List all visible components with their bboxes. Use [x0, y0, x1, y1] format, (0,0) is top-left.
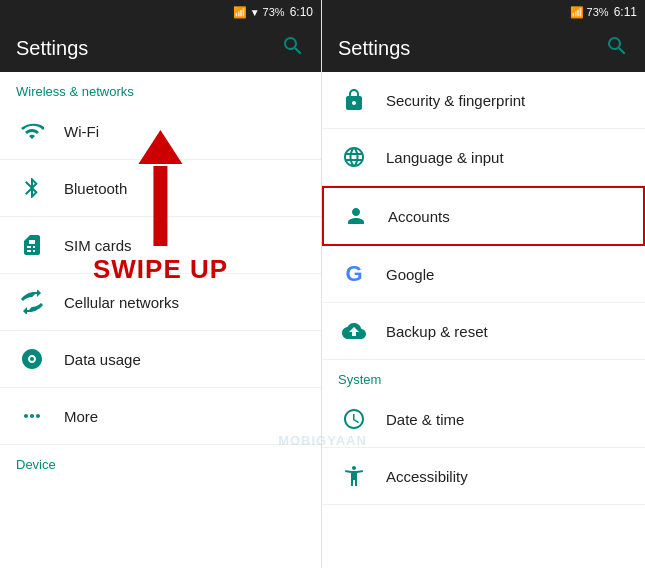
cellular-item[interactable]: Cellular networks	[0, 274, 321, 331]
left-search-button[interactable]	[281, 34, 305, 63]
more-item[interactable]: More	[0, 388, 321, 445]
backup-item[interactable]: Backup & reset	[322, 303, 645, 360]
wifi-item[interactable]: Wi-Fi	[0, 103, 321, 160]
time-left: 6:10	[290, 5, 313, 19]
accounts-row-wrapper: Accounts	[322, 186, 645, 246]
right-search-button[interactable]	[605, 34, 629, 63]
right-settings-title: Settings	[338, 37, 605, 60]
battery-text: 73%	[263, 6, 285, 18]
right-time: 6:11	[614, 5, 637, 19]
accessibility-label: Accessibility	[386, 468, 468, 485]
right-panel: 📶 73% 6:11 Settings Security & fingerpri…	[322, 0, 645, 568]
right-status-icons: 📶 73% 6:11	[570, 5, 637, 19]
right-signal-icon: 📶	[570, 6, 584, 19]
left-settings-title: Settings	[16, 37, 281, 60]
wireless-section-label: Wireless & networks	[0, 72, 321, 103]
sim-label: SIM cards	[64, 237, 132, 254]
accessibility-item[interactable]: Accessibility	[322, 448, 645, 505]
google-label: Google	[386, 266, 434, 283]
wifi-status-icon: ▼	[250, 7, 260, 18]
backup-label: Backup & reset	[386, 323, 488, 340]
right-app-bar: Settings	[322, 24, 645, 72]
backup-icon	[338, 315, 370, 347]
google-icon: G	[338, 258, 370, 290]
more-icon	[16, 400, 48, 432]
wifi-icon	[16, 115, 48, 147]
bluetooth-item[interactable]: Bluetooth	[0, 160, 321, 217]
wifi-label: Wi-Fi	[64, 123, 99, 140]
accessibility-icon	[338, 460, 370, 492]
data-label: Data usage	[64, 351, 141, 368]
datetime-label: Date & time	[386, 411, 464, 428]
right-battery-text: 73%	[587, 6, 609, 18]
data-item[interactable]: Data usage	[0, 331, 321, 388]
security-label: Security & fingerprint	[386, 92, 525, 109]
security-item[interactable]: Security & fingerprint	[322, 72, 645, 129]
security-icon	[338, 84, 370, 116]
language-icon	[338, 141, 370, 173]
sim-item[interactable]: SIM cards	[0, 217, 321, 274]
bluetooth-icon	[16, 172, 48, 204]
left-status-icons: 📶 ▼ 73% 6:10	[233, 5, 313, 19]
system-section-label: System	[322, 360, 645, 391]
left-status-bar: 📶 ▼ 73% 6:10	[0, 0, 321, 24]
right-status-bar: 📶 73% 6:11	[322, 0, 645, 24]
accounts-icon	[340, 200, 372, 232]
clock-icon	[338, 403, 370, 435]
bluetooth-label: Bluetooth	[64, 180, 127, 197]
signal-icon: 📶	[233, 6, 247, 19]
accounts-label: Accounts	[388, 208, 450, 225]
accounts-item[interactable]: Accounts	[322, 186, 645, 246]
left-panel: 📶 ▼ 73% 6:10 Settings Wireless & network…	[0, 0, 322, 568]
left-app-bar: Settings	[0, 24, 321, 72]
cellular-icon	[16, 286, 48, 318]
more-label: More	[64, 408, 98, 425]
cellular-label: Cellular networks	[64, 294, 179, 311]
sim-icon	[16, 229, 48, 261]
language-label: Language & input	[386, 149, 504, 166]
device-section-label: Device	[0, 445, 321, 476]
google-item[interactable]: G Google	[322, 246, 645, 303]
datetime-item[interactable]: Date & time	[322, 391, 645, 448]
language-item[interactable]: Language & input	[322, 129, 645, 186]
data-usage-icon	[16, 343, 48, 375]
